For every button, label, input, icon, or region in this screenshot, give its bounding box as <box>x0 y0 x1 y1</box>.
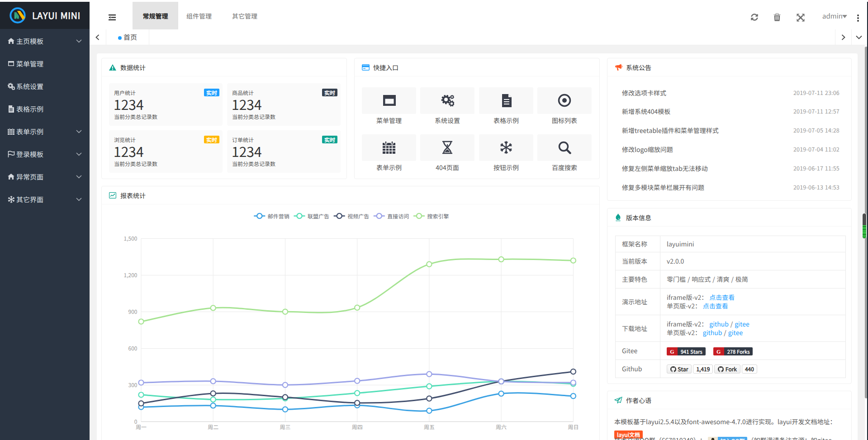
svg-text:搜索引擎: 搜索引擎 <box>427 212 449 220</box>
svg-text:周六: 周六 <box>496 423 507 431</box>
svg-text:周三: 周三 <box>280 423 290 431</box>
svg-text:周一: 周一 <box>136 423 147 431</box>
svg-text:直接访问: 直接访问 <box>387 212 409 220</box>
svg-text:1,200: 1,200 <box>124 271 138 279</box>
svg-text:周日: 周日 <box>568 423 579 431</box>
svg-text:1,500: 1,500 <box>124 234 138 242</box>
svg-text:邮件营销: 邮件营销 <box>268 212 289 220</box>
svg-text:周二: 周二 <box>208 423 218 431</box>
svg-text:周五: 周五 <box>424 423 435 431</box>
svg-text:300: 300 <box>128 381 138 388</box>
svg-text:周四: 周四 <box>352 423 363 431</box>
svg-text:联盟广告: 联盟广告 <box>308 212 329 220</box>
svg-text:900: 900 <box>128 308 138 315</box>
svg-text:视频广告: 视频广告 <box>347 212 369 220</box>
svg-text:600: 600 <box>128 344 138 352</box>
